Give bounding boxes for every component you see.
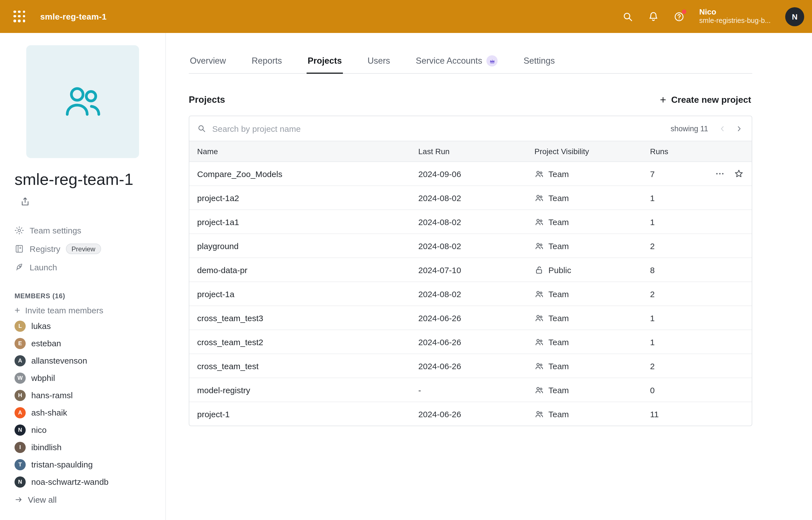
create-new-project-button[interactable]: + Create new project: [659, 92, 752, 107]
member-avatar: A: [15, 355, 26, 366]
member-name: ash-shaik: [31, 408, 67, 417]
member-name: ibindlish: [31, 443, 61, 452]
plus-icon: +: [660, 95, 666, 105]
row-actions: [705, 169, 744, 179]
crown-badge: [487, 55, 498, 67]
member-item[interactable]: N nico: [15, 421, 165, 439]
member-item[interactable]: A allanstevenson: [15, 352, 165, 369]
table-row[interactable]: cross_team_test 2024-06-26 Team 2: [189, 354, 752, 378]
sidebar-item-label: Registry: [30, 244, 60, 254]
share-icon[interactable]: [20, 196, 30, 206]
project-visibility: Public: [534, 265, 650, 275]
project-last-run: 2024-08-02: [418, 217, 534, 227]
chevron-left-icon[interactable]: [717, 124, 727, 133]
table-row[interactable]: project-1a1 2024-08-02 Team 1: [189, 209, 752, 233]
user-subtitle: smle-registries-bug-b...: [699, 17, 771, 26]
user-avatar[interactable]: N: [785, 7, 804, 26]
team-icon: [534, 289, 544, 298]
member-item[interactable]: W wbphil: [15, 369, 165, 387]
table-row[interactable]: cross_team_test3 2024-06-26 Team 1: [189, 306, 752, 330]
rocket-icon: [15, 263, 24, 272]
member-item[interactable]: E esteban: [15, 335, 165, 352]
view-all-link[interactable]: View all: [15, 495, 165, 505]
sidebar-item-label: Launch: [30, 263, 57, 272]
table-body: Compare_Zoo_Models 2024-09-06 Team 7 pro…: [189, 162, 752, 425]
project-visibility: Team: [534, 313, 650, 322]
project-runs: 2: [650, 361, 705, 371]
project-visibility: Team: [534, 241, 650, 251]
tabs: Overview Reports Projects Users Service …: [189, 33, 752, 74]
table-row[interactable]: project-1 2024-06-26 Team 11: [189, 401, 752, 425]
sidebar-item-team-settings[interactable]: Team settings: [15, 222, 165, 240]
chevron-right-icon[interactable]: [734, 124, 744, 133]
bell-icon[interactable]: [648, 11, 659, 22]
apps-grid-icon[interactable]: [14, 10, 26, 23]
project-name[interactable]: cross_team_test2: [197, 337, 418, 346]
project-name[interactable]: project-1a2: [197, 193, 418, 203]
project-name[interactable]: cross_team_test3: [197, 313, 418, 322]
table-row[interactable]: cross_team_test2 2024-06-26 Team 1: [189, 330, 752, 354]
help-icon[interactable]: [674, 11, 685, 22]
tab-overview[interactable]: Overview: [189, 48, 227, 74]
team-icon: [534, 217, 544, 227]
table-row[interactable]: Compare_Zoo_Models 2024-09-06 Team 7: [189, 162, 752, 185]
project-name[interactable]: project-1: [197, 409, 418, 419]
member-avatar: E: [15, 338, 26, 349]
search-icon[interactable]: [622, 11, 633, 22]
table-header: Name Last Run Project Visibility Runs: [189, 141, 752, 162]
tab-reports[interactable]: Reports: [251, 48, 283, 74]
team-name: smle-reg-team-1: [15, 169, 137, 211]
registry-icon: [15, 244, 24, 254]
member-item[interactable]: I ibindlish: [15, 439, 165, 456]
project-last-run: 2024-09-06: [418, 169, 534, 178]
public-icon: [534, 265, 544, 275]
tab-settings[interactable]: Settings: [522, 48, 556, 74]
member-avatar: L: [15, 320, 26, 332]
ellipsis-menu-icon[interactable]: [715, 169, 725, 179]
member-item[interactable]: L lukas: [15, 317, 165, 335]
member-name: allanstevenson: [31, 356, 87, 366]
sidebar-item-registry[interactable]: Registry Preview: [15, 240, 165, 258]
table-row[interactable]: playground 2024-08-02 Team 2: [189, 233, 752, 258]
project-last-run: 2024-06-26: [418, 409, 534, 419]
project-last-run: 2024-06-26: [418, 313, 534, 322]
project-name[interactable]: model-registry: [197, 385, 418, 395]
preview-badge: Preview: [66, 244, 101, 254]
invite-team-members-button[interactable]: + Invite team members: [15, 306, 165, 315]
member-item[interactable]: A ash-shaik: [15, 404, 165, 421]
member-name: wbphil: [31, 373, 55, 383]
member-list: L lukas E esteban A allanstevenson W wbp…: [15, 317, 165, 491]
project-name[interactable]: demo-data-pr: [197, 265, 418, 275]
project-name[interactable]: cross_team_test: [197, 361, 418, 371]
project-search-input[interactable]: [211, 123, 671, 134]
member-item[interactable]: N noa-schwartz-wandb: [15, 473, 165, 491]
project-runs: 1: [650, 313, 705, 322]
star-icon[interactable]: [734, 169, 744, 179]
member-item[interactable]: H hans-ramsl: [15, 387, 165, 404]
table-row[interactable]: demo-data-pr 2024-07-10 Public 8: [189, 258, 752, 282]
column-header-runs: Runs: [650, 147, 705, 156]
project-last-run: 2024-08-02: [418, 241, 534, 251]
tab-service-accounts[interactable]: Service Accounts: [415, 48, 499, 74]
project-runs: 0: [650, 385, 705, 395]
project-name[interactable]: project-1a1: [197, 217, 418, 227]
user-menu[interactable]: Nico smle-registries-bug-b...: [699, 7, 771, 26]
project-search-bar: showing 11: [189, 116, 752, 141]
member-item[interactable]: T tristan-spaulding: [15, 456, 165, 473]
table-row[interactable]: project-1a2 2024-08-02 Team 1: [189, 185, 752, 209]
tab-projects[interactable]: Projects: [307, 48, 343, 74]
team-icon: [534, 193, 544, 203]
project-name[interactable]: Compare_Zoo_Models: [197, 169, 418, 178]
tab-users[interactable]: Users: [366, 48, 391, 74]
navbar-team-title: smle-reg-team-1: [40, 12, 107, 21]
plus-icon: +: [15, 306, 20, 315]
sidebar-item-launch[interactable]: Launch: [15, 258, 165, 277]
team-icon: [534, 313, 544, 322]
project-name[interactable]: playground: [197, 241, 418, 251]
table-row[interactable]: model-registry - Team 0: [189, 378, 752, 401]
project-runs: 1: [650, 337, 705, 346]
table-row[interactable]: project-1a 2024-08-02 Team 2: [189, 282, 752, 306]
project-runs: 1: [650, 217, 705, 227]
project-name[interactable]: project-1a: [197, 289, 418, 298]
project-visibility: Team: [534, 385, 650, 395]
